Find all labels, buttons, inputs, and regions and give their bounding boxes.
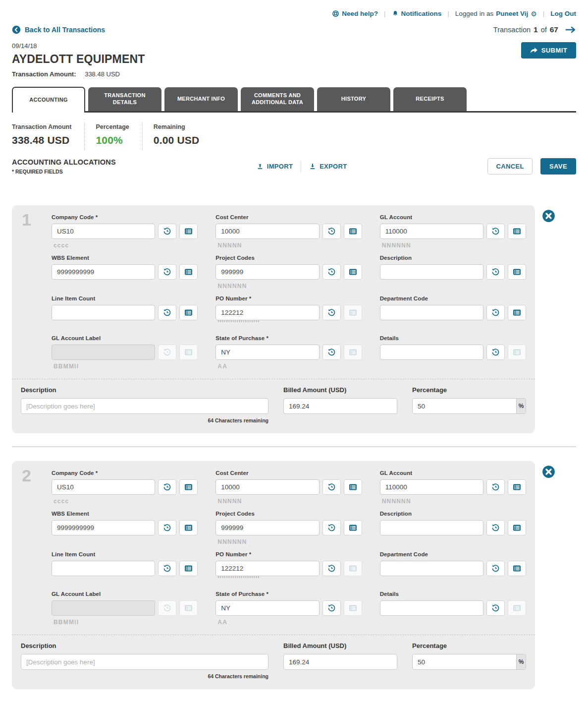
- history-button[interactable]: [158, 561, 176, 576]
- tab[interactable]: COMMENTS AND ADDITIONAL DATA: [241, 87, 314, 111]
- lookup-button[interactable]: [344, 345, 362, 360]
- tab[interactable]: ACCOUNTING: [12, 87, 85, 113]
- field-input[interactable]: [52, 345, 155, 360]
- need-help-link[interactable]: Need help?: [332, 10, 378, 17]
- history-button[interactable]: [322, 600, 341, 616]
- field-input[interactable]: [215, 600, 319, 616]
- field-input[interactable]: [215, 305, 319, 320]
- field-input[interactable]: [380, 305, 483, 320]
- history-button[interactable]: [486, 345, 505, 360]
- lookup-button[interactable]: [179, 264, 198, 280]
- history-button[interactable]: [486, 600, 505, 616]
- remove-allocation-button[interactable]: [542, 209, 555, 223]
- percentage-input[interactable]: [412, 654, 526, 670]
- lookup-button[interactable]: [179, 561, 198, 576]
- export-link[interactable]: EXPORT: [309, 163, 347, 170]
- history-button[interactable]: [158, 305, 176, 320]
- next-transaction-arrow-icon[interactable]: [565, 26, 576, 34]
- history-button[interactable]: [158, 479, 176, 495]
- history-button[interactable]: [322, 479, 341, 495]
- lookup-button[interactable]: [508, 520, 526, 535]
- lookup-button[interactable]: [344, 600, 362, 616]
- history-button[interactable]: [322, 520, 341, 535]
- history-button[interactable]: [486, 520, 505, 535]
- history-button[interactable]: [486, 561, 505, 576]
- lookup-button[interactable]: [508, 600, 526, 616]
- field-group: Company Code *: [52, 214, 198, 249]
- field-input[interactable]: [52, 479, 155, 495]
- tab[interactable]: HISTORY: [317, 87, 390, 111]
- description-input[interactable]: [21, 398, 268, 414]
- field-input[interactable]: [380, 479, 483, 495]
- tab[interactable]: MERCHANT INFO: [164, 87, 238, 111]
- field-input[interactable]: [52, 305, 155, 320]
- field-input[interactable]: [380, 345, 483, 360]
- history-button[interactable]: [486, 224, 505, 239]
- tab[interactable]: TRANSACTION DETAILS: [88, 87, 161, 111]
- back-to-transactions-link[interactable]: Back to All Transactions: [12, 25, 105, 34]
- lookup-button[interactable]: [508, 345, 526, 360]
- field-input[interactable]: [380, 561, 483, 576]
- field-label: PO Number *: [215, 295, 362, 301]
- billed-amount-input[interactable]: [283, 654, 397, 670]
- history-button[interactable]: [158, 224, 176, 239]
- lookup-button[interactable]: [344, 264, 362, 280]
- lookup-button[interactable]: [179, 224, 198, 239]
- gear-icon[interactable]: ⚙: [531, 10, 537, 17]
- history-button[interactable]: [322, 561, 341, 576]
- lookup-button[interactable]: [179, 345, 198, 360]
- lookup-button[interactable]: [508, 224, 526, 239]
- history-button[interactable]: [486, 264, 505, 280]
- lookup-button[interactable]: [179, 479, 198, 495]
- lookup-button[interactable]: [344, 224, 362, 239]
- field-input[interactable]: [215, 479, 319, 495]
- history-button[interactable]: [322, 264, 341, 280]
- field-input[interactable]: [380, 224, 483, 239]
- history-button[interactable]: [322, 224, 341, 239]
- history-button[interactable]: [486, 305, 505, 320]
- field-input[interactable]: [380, 600, 483, 616]
- history-button[interactable]: [158, 600, 176, 616]
- field-input[interactable]: [52, 520, 155, 535]
- field-input[interactable]: [380, 520, 483, 535]
- field-input[interactable]: [52, 264, 155, 280]
- history-button[interactable]: [486, 479, 505, 495]
- field-input[interactable]: [52, 600, 155, 616]
- lookup-button[interactable]: [508, 561, 526, 576]
- lookup-button[interactable]: [344, 479, 362, 495]
- history-button[interactable]: [322, 345, 341, 360]
- notifications-link[interactable]: Notifications: [392, 10, 442, 17]
- lookup-button[interactable]: [508, 305, 526, 320]
- cancel-button-top[interactable]: CANCEL: [487, 158, 533, 175]
- field-input[interactable]: [215, 264, 319, 280]
- field-input[interactable]: [215, 345, 319, 360]
- log-out-link[interactable]: Log Out: [550, 10, 576, 17]
- lookup-button[interactable]: [179, 305, 198, 320]
- history-button[interactable]: [158, 520, 176, 535]
- tab[interactable]: RECEIPTS: [393, 87, 467, 111]
- history-button[interactable]: [158, 345, 176, 360]
- field-input[interactable]: [215, 520, 319, 535]
- lookup-button[interactable]: [179, 520, 198, 535]
- remove-allocation-button[interactable]: [542, 465, 555, 478]
- history-button[interactable]: [158, 264, 176, 280]
- lookup-button[interactable]: [344, 520, 362, 535]
- submit-button[interactable]: SUBMIT: [521, 42, 576, 59]
- lookup-button[interactable]: [508, 479, 526, 495]
- lookup-button[interactable]: [344, 561, 362, 576]
- field-input[interactable]: [380, 264, 483, 280]
- save-button-top[interactable]: SAVE: [540, 158, 576, 175]
- field-input[interactable]: [215, 224, 319, 239]
- field-input[interactable]: [52, 561, 155, 576]
- field-input[interactable]: [52, 224, 155, 239]
- lookup-list-icon: [184, 309, 193, 316]
- history-button[interactable]: [322, 305, 341, 320]
- import-link[interactable]: IMPORT: [257, 163, 293, 170]
- field-input[interactable]: [215, 561, 319, 576]
- lookup-button[interactable]: [508, 264, 526, 280]
- billed-amount-input[interactable]: [283, 398, 397, 414]
- lookup-button[interactable]: [344, 305, 362, 320]
- percentage-input[interactable]: [412, 398, 526, 414]
- lookup-button[interactable]: [179, 600, 198, 616]
- description-input[interactable]: [21, 654, 268, 670]
